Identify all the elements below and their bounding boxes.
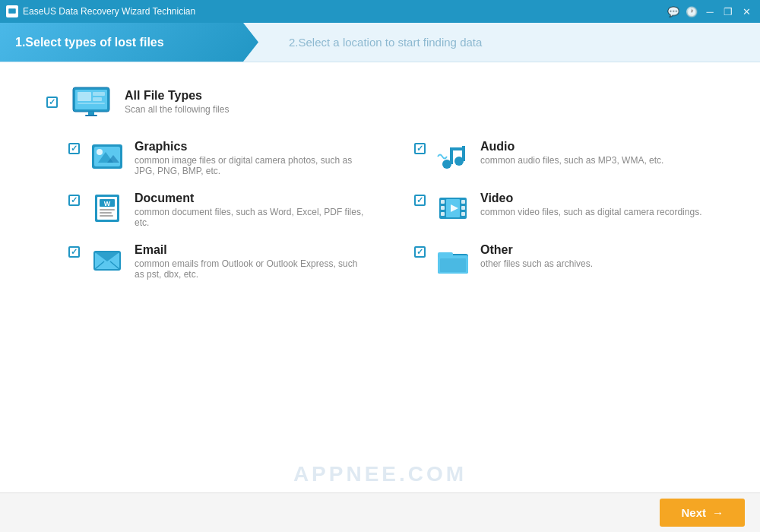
next-button-label: Next xyxy=(681,506,706,519)
video-icon xyxy=(436,192,470,225)
all-file-types-label: All File Types xyxy=(125,89,229,103)
svg-rect-27 xyxy=(100,215,113,217)
graphics-desc: common image files or digital camera pho… xyxy=(135,155,369,176)
svg-rect-7 xyxy=(93,97,102,101)
audio-item: Audio common audio files, such as MP3, W… xyxy=(414,140,714,176)
graphics-info: Graphics common image files or digital c… xyxy=(135,140,369,176)
svg-point-15 xyxy=(97,149,103,155)
all-file-types-desc: Scan all the following files xyxy=(125,104,229,115)
title-bar-controls: 💬 🕐 ─ ❐ ✕ xyxy=(666,6,754,17)
svg-rect-30 xyxy=(441,206,445,210)
main-content: All File Types Scan all the following fi… xyxy=(0,62,760,295)
graphics-checkbox[interactable] xyxy=(68,143,80,154)
all-file-types-info: All File Types Scan all the following fi… xyxy=(125,89,229,115)
other-icon xyxy=(436,243,470,277)
svg-rect-31 xyxy=(441,212,445,216)
svg-rect-29 xyxy=(441,200,445,204)
audio-info: Audio common audio files, such as MP3, W… xyxy=(480,140,663,166)
other-item: Other other files such as archives. xyxy=(414,243,714,280)
other-info: Other other files such as archives. xyxy=(480,243,593,269)
svg-rect-10 xyxy=(85,115,97,116)
document-item: W Document common document files, such a… xyxy=(68,192,369,228)
close-icon[interactable]: ✕ xyxy=(739,6,754,17)
audio-checkbox[interactable] xyxy=(414,143,426,154)
svg-rect-0 xyxy=(8,8,16,14)
graphics-label: Graphics xyxy=(135,140,369,154)
all-file-types-checkbox[interactable] xyxy=(46,97,58,108)
other-label: Other xyxy=(480,243,593,257)
audio-label: Audio xyxy=(480,140,663,154)
restore-icon[interactable]: ❐ xyxy=(720,6,736,17)
graphics-icon xyxy=(90,140,124,173)
video-desc: common video files, such as digital came… xyxy=(480,207,701,217)
step-2: 2.Select a location to start finding dat… xyxy=(258,23,760,62)
email-checkbox[interactable] xyxy=(68,246,80,258)
svg-rect-1 xyxy=(11,14,14,14)
email-info: Email common emails from Outlook or Outl… xyxy=(135,243,369,280)
svg-rect-34 xyxy=(461,212,465,216)
svg-rect-45 xyxy=(440,258,466,272)
app-icon xyxy=(6,5,18,17)
other-desc: other files such as archives. xyxy=(480,258,593,269)
title-bar-left: EaseUS Data Recovery Wizard Technician xyxy=(6,5,195,17)
next-arrow-icon: → xyxy=(712,506,724,519)
watermark: APPNEE.COM xyxy=(293,462,467,486)
svg-rect-8 xyxy=(78,103,105,104)
email-icon xyxy=(90,243,124,277)
step-bar: 1.Select types of lost files 2.Select a … xyxy=(0,23,760,62)
all-file-types-checkbox-wrapper[interactable] xyxy=(46,96,58,108)
app-title: EaseUS Data Recovery Wizard Technician xyxy=(23,6,195,17)
other-checkbox[interactable] xyxy=(414,246,426,258)
svg-rect-20 xyxy=(450,147,465,150)
document-icon: W xyxy=(90,192,124,225)
svg-rect-9 xyxy=(88,112,94,115)
graphics-item: Graphics common image files or digital c… xyxy=(68,140,369,176)
svg-rect-5 xyxy=(78,92,91,101)
step-1: 1.Select types of lost files xyxy=(0,23,258,62)
history-icon[interactable]: 🕐 xyxy=(684,6,699,17)
document-label: Document xyxy=(135,192,369,205)
title-bar: EaseUS Data Recovery Wizard Technician 💬… xyxy=(0,0,760,23)
bottom-bar: Next → xyxy=(0,492,760,532)
document-info: Document common document files, such as … xyxy=(135,192,369,228)
video-info: Video common video files, such as digita… xyxy=(480,192,701,217)
all-file-types-row: All File Types Scan all the following fi… xyxy=(46,85,714,119)
email-desc: common emails from Outlook or Outlook Ex… xyxy=(135,258,369,280)
audio-desc: common audio files, such as MP3, WMA, et… xyxy=(480,155,663,166)
file-types-grid: Graphics common image files or digital c… xyxy=(46,140,714,280)
svg-rect-25 xyxy=(100,209,115,211)
email-label: Email xyxy=(135,243,369,257)
video-label: Video xyxy=(480,192,701,205)
minimize-icon[interactable]: ─ xyxy=(702,6,717,17)
chat-icon[interactable]: 💬 xyxy=(666,6,681,17)
next-button[interactable]: Next → xyxy=(660,499,745,527)
monitor-icon xyxy=(71,85,111,119)
svg-text:W: W xyxy=(104,200,111,207)
video-checkbox[interactable] xyxy=(414,195,426,206)
svg-rect-26 xyxy=(100,212,112,214)
svg-rect-33 xyxy=(461,206,465,210)
svg-rect-32 xyxy=(461,200,465,204)
document-checkbox[interactable] xyxy=(68,195,80,206)
svg-rect-2 xyxy=(10,14,14,15)
email-item: Email common emails from Outlook or Outl… xyxy=(68,243,369,280)
video-item: Video common video files, such as digita… xyxy=(414,192,714,228)
document-desc: common document files, such as Word, Exc… xyxy=(135,207,369,228)
svg-rect-6 xyxy=(93,92,105,96)
audio-icon xyxy=(436,140,470,173)
